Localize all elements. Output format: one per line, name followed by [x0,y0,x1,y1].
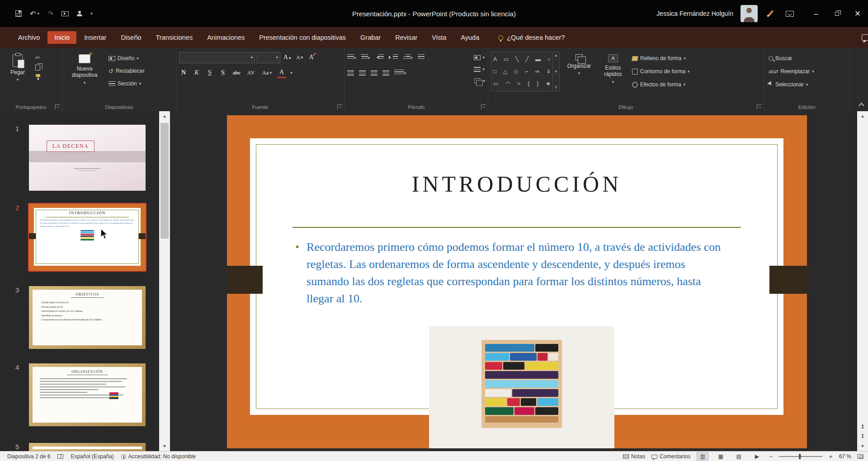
share-button[interactable] [77,11,82,16]
shape-curve-icon[interactable]: ≈ [518,81,521,86]
undo-button[interactable]: ↶▾ [30,9,39,18]
ribbon-display-options-icon[interactable] [786,11,794,17]
tab-insertar[interactable]: Insertar [77,31,113,44]
drawing-dialog-launcher[interactable]: ↘ [757,104,762,109]
font-dialog-launcher[interactable]: ↘ [337,104,342,109]
reading-view-button[interactable]: ▤ [733,452,745,461]
shape-effects-button[interactable]: Efectos de forma▾ [630,79,692,90]
select-button[interactable]: Seleccionar▾ [767,79,816,90]
shape-arrow-down-icon[interactable]: ⇓ [546,69,551,74]
spellcheck-button[interactable] [57,454,63,459]
tab-animaciones[interactable]: Animaciones [200,31,251,44]
slideshow-view-button[interactable]: ▶ [751,452,763,461]
align-text-button[interactable]: ▾ [474,64,485,74]
comments-panel-icon[interactable] [862,34,868,41]
shapes-more[interactable]: ⊽ [555,85,557,89]
italic-button[interactable]: K [192,67,201,78]
cuisenaire-rods-image[interactable] [429,326,614,448]
shape-outline-button[interactable]: Contorno de forma▾ [630,66,692,77]
minimize-button[interactable]: – [806,0,826,27]
zoom-in-button[interactable]: + [829,453,832,460]
scroll-down-arrow[interactable]: ▼ [159,441,170,451]
tab-grabar[interactable]: Grabar [354,31,387,44]
collapse-ribbon-button[interactable] [859,103,864,108]
accessibility-status[interactable]: Accesibilidad: No disponible [121,453,196,460]
decrease-indent-button[interactable] [375,54,384,61]
slide-body-block[interactable]: • Recordaremos primero cómo podemos form… [295,239,730,307]
canvas-scrollbar[interactable]: ▲ ▲▲ ▼▼ ▼ [857,111,868,451]
zoom-slider-thumb[interactable] [799,454,801,459]
clipboard-dialog-launcher[interactable]: ↘ [55,104,60,109]
columns-button[interactable]: ▾ [394,70,406,76]
bullets-button[interactable]: ▾ [347,54,356,61]
next-slide-button[interactable]: ▼▼ [857,431,868,441]
shape-brace-right-icon[interactable]: } [537,81,538,86]
font-color-button[interactable]: A [277,67,286,78]
fit-to-window-button[interactable] [858,454,863,459]
tab-transiciones[interactable]: Transiciones [149,31,200,44]
shape-diamond-icon[interactable]: ◇ [514,69,518,74]
shape-elbow-icon[interactable]: ⌐ [525,69,528,74]
grow-font-button[interactable]: A▲ [282,52,293,63]
line-spacing-button[interactable]: ↕▾ [403,54,413,61]
save-button[interactable] [15,10,22,17]
shape-arrow-icon[interactable]: ⇒ [535,69,539,74]
replace-button[interactable]: ab⇄ Reemplazar▾ [767,66,816,77]
font-size-combo[interactable]: ▾ [257,52,280,63]
character-spacing-button[interactable]: AV [246,67,257,78]
shape-brace-left-icon[interactable]: { [528,81,529,86]
increase-indent-button[interactable] [389,54,398,61]
user-name[interactable]: Jessica Fernández Holguín [656,10,733,17]
strikethrough-button[interactable]: abc [231,67,242,78]
current-slide[interactable]: INTRODUCCIÓN • Recordaremos primero cómo… [227,115,807,448]
shape-square-icon[interactable]: □ [493,69,496,74]
numbering-button[interactable]: ▾ [361,54,370,61]
thumbnail-slide-1[interactable]: 1 LA DECENA [29,125,146,191]
shape-bar-icon[interactable]: ▬ [535,56,541,62]
shape-line2-icon[interactable]: ╱ [525,56,528,62]
customize-qat-button[interactable]: ▾ [90,12,93,16]
tab-diseno[interactable]: Diseño [114,31,148,44]
underline-button[interactable]: S [205,67,214,78]
text-direction-button[interactable] [418,54,425,61]
text-direction-options-button[interactable]: ▾ [474,52,485,62]
notes-toggle[interactable]: Notas [623,453,645,460]
shape-star-icon[interactable]: ★ [546,81,551,86]
language-button[interactable]: Español (España) [71,453,113,460]
tab-archivo[interactable]: Archivo [11,31,47,44]
align-left-button[interactable] [347,71,354,75]
thumbnail-slide-4[interactable]: 4 ORGANIZACIÓN [29,363,146,426]
shapes-scroll-down[interactable]: ▼ [554,70,558,74]
shape-ellipse-icon[interactable]: ○ [547,56,551,62]
paste-button[interactable]: Pegar ▾ [3,52,33,101]
arrange-button[interactable]: Organizar ▾ [562,52,596,101]
close-button[interactable]: × [847,0,868,27]
reset-slide-button[interactable]: ↺ Restablecer [107,65,146,77]
normal-view-button[interactable]: ▥ [697,452,708,461]
shape-line-icon[interactable]: ╲ [515,56,519,62]
tab-revisar[interactable]: Revisar [388,31,424,44]
change-case-button[interactable]: Aa▾ [260,67,273,78]
redo-button[interactable]: ↷ [47,9,53,18]
tab-presentacion[interactable]: Presentación con diapositivas [252,31,353,44]
tab-inicio[interactable]: Inicio [47,31,76,44]
font-name-combo[interactable]: ▾ [179,52,255,63]
restore-button[interactable] [826,0,847,27]
previous-slide-button[interactable]: ▲▲ [857,421,868,431]
start-slideshow-button[interactable] [61,11,69,16]
tab-vista[interactable]: Vista [425,31,453,44]
clear-formatting-button[interactable]: A [307,52,316,63]
pen-icon[interactable] [767,9,775,18]
section-button[interactable]: Sección▾ [107,78,146,89]
shape-triangle-icon[interactable]: △ [503,69,507,74]
user-avatar[interactable] [741,5,758,22]
new-slide-button[interactable]: Nueva diapositiva ▾ [65,52,104,101]
shape-rect2-icon[interactable]: ▭ [493,81,498,86]
canvas-scroll-down[interactable]: ▼ [857,441,868,451]
cut-button[interactable]: ✂ [35,54,41,61]
paragraph-dialog-launcher[interactable]: ↘ [481,104,486,109]
slide-title-text[interactable]: INTRODUCCIÓN [250,171,783,197]
scroll-up-arrow[interactable]: ▲ [159,111,170,121]
align-right-button[interactable] [371,71,377,75]
tell-me-box[interactable]: ¿Qué desea hacer? [498,34,565,41]
